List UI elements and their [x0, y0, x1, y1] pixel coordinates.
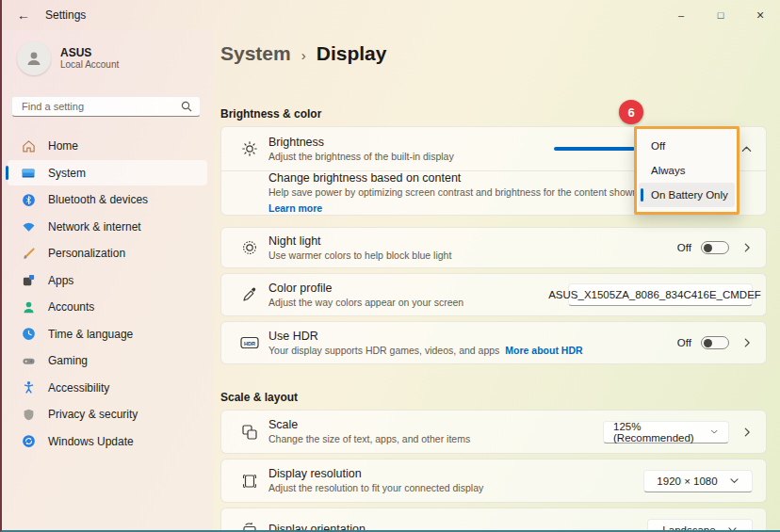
gamepad-icon [21, 353, 36, 368]
breadcrumb-parent[interactable]: System [220, 42, 291, 65]
sidebar-item-windows-update[interactable]: Windows Update [8, 428, 207, 454]
display-resolution-description: Adjust the resolution to fit your connec… [268, 482, 643, 494]
sidebar-item-label: Network & internet [48, 220, 141, 234]
brightness-slider[interactable] [554, 147, 635, 151]
maximize-button[interactable]: □ [701, 0, 740, 30]
sidebar-item-label: Home [48, 139, 78, 153]
sidebar-item-home[interactable]: Home [8, 134, 207, 159]
display-orientation-dropdown[interactable]: Landscape [647, 519, 753, 532]
night-light-toggle[interactable] [701, 241, 729, 254]
sidebar-item-bluetooth-devices[interactable]: Bluetooth & devices [8, 187, 207, 213]
brightness-sun-icon [231, 140, 268, 157]
sidebar-item-label: Personalization [48, 247, 125, 260]
color-profile-row[interactable]: Color profile Adjust the way colors appe… [221, 274, 766, 315]
sidebar-item-label: Gaming [48, 354, 88, 367]
search-icon [181, 101, 192, 112]
night-light-row[interactable]: Night light Use warmer colors to help bl… [221, 228, 766, 267]
chevron-up-icon[interactable] [740, 143, 753, 155]
eyedropper-icon [231, 286, 268, 303]
section-header-scale-layout: Scale & layout [220, 391, 767, 405]
display-orientation-value: Landscape [662, 524, 715, 532]
settings-window: ← Settings – □ × ASUS Local Account [0, 0, 780, 532]
chevron-right-icon[interactable] [741, 337, 753, 348]
sidebar-item-accounts[interactable]: Accounts [8, 295, 207, 320]
night-light-toggle-label: Off [677, 242, 691, 253]
night-light-card: Night light Use warmer colors to help bl… [220, 227, 767, 268]
color-profile-value: ASUS_X1505ZA_8086_834C416E_CMDEF [548, 289, 761, 300]
scale-description: Change the size of text, apps, and other… [268, 433, 603, 445]
sidebar-item-gaming[interactable]: Gaming [8, 348, 207, 374]
night-light-title: Night light [268, 234, 677, 249]
color-profile-description: Adjust the way colors appear on your scr… [268, 297, 568, 309]
sidebar: ASUS Local Account Home Syste [2, 30, 213, 530]
search-box[interactable] [11, 96, 201, 117]
sidebar-item-network-internet[interactable]: Network & internet [8, 214, 207, 239]
back-button[interactable]: ← [9, 5, 38, 25]
minimize-icon: – [678, 9, 684, 21]
section-header-brightness-color: Brightness & color [220, 107, 767, 121]
maximize-icon: □ [718, 9, 724, 21]
scale-dropdown[interactable]: 125% (Recommended) [603, 421, 729, 443]
sidebar-item-label: System [48, 167, 86, 180]
dropdown-option-always[interactable]: Always [639, 158, 735, 183]
close-button[interactable]: × [740, 0, 780, 30]
dropdown-option-on-battery-only[interactable]: On Battery Only [639, 183, 735, 207]
display-orientation-icon [231, 522, 268, 532]
wifi-icon [21, 219, 36, 234]
page-title: Display [317, 42, 387, 65]
hdr-icon: HDR [231, 335, 268, 350]
display-orientation-row[interactable]: Display orientation Landscape [221, 508, 766, 532]
night-light-description: Use warmer colors to help block blue lig… [268, 250, 677, 262]
learn-more-link[interactable]: Learn more [268, 202, 322, 215]
close-icon: × [756, 8, 764, 23]
display-resolution-dropdown[interactable]: 1920 × 1080 [643, 470, 753, 492]
home-icon [21, 138, 36, 153]
use-hdr-toggle[interactable] [701, 336, 729, 349]
sidebar-item-label: Privacy & security [48, 408, 138, 421]
accessibility-icon [21, 380, 36, 395]
display-resolution-row[interactable]: Display resolution Adjust the resolution… [221, 459, 766, 502]
svg-text:HDR: HDR [244, 341, 255, 347]
brightness-content-dropdown-flyout: Off Always On Battery Only [634, 126, 739, 215]
chevron-right-icon[interactable] [741, 427, 753, 438]
bluetooth-icon [21, 192, 36, 207]
account-name: ASUS [60, 46, 119, 59]
breadcrumb: System › Display [220, 40, 767, 68]
sidebar-item-label: Apps [48, 274, 73, 287]
sidebar-item-apps[interactable]: Apps [8, 267, 207, 293]
sidebar-item-accessibility[interactable]: Accessibility [8, 375, 207, 400]
account-type: Local Account [60, 59, 119, 71]
sidebar-item-label: Accessibility [48, 381, 109, 395]
dropdown-option-off[interactable]: Off [639, 134, 735, 158]
search-input[interactable] [20, 100, 181, 113]
apps-icon [21, 273, 36, 288]
color-profile-card: Color profile Adjust the way colors appe… [220, 273, 767, 316]
sidebar-item-time-language[interactable]: Time & language [8, 321, 207, 347]
app-title: Settings [45, 8, 86, 22]
more-about-hdr-link[interactable]: More about HDR [505, 345, 582, 356]
use-hdr-card: HDR Use HDR Your display supports HDR ga… [220, 321, 767, 364]
use-hdr-title: Use HDR [268, 330, 677, 344]
scale-row[interactable]: Scale Change the size of text, apps, and… [221, 411, 766, 453]
display-resolution-value: 1920 × 1080 [657, 476, 717, 487]
sidebar-item-privacy-security[interactable]: Privacy & security [8, 402, 207, 427]
system-icon [21, 166, 36, 181]
color-profile-dropdown[interactable]: ASUS_X1505ZA_8086_834C416E_CMDEF [568, 283, 753, 306]
chevron-down-icon [727, 524, 738, 532]
scale-title: Scale [268, 418, 603, 432]
chevron-down-icon [729, 476, 739, 486]
update-icon [21, 434, 36, 449]
use-hdr-row[interactable]: HDR Use HDR Your display supports HDR ga… [221, 322, 766, 363]
sidebar-item-label: Bluetooth & devices [48, 193, 148, 206]
sidebar-item-label: Accounts [48, 300, 94, 314]
brush-icon [21, 246, 36, 261]
sidebar-item-personalization[interactable]: Personalization [8, 241, 207, 266]
sidebar-item-system[interactable]: System [8, 160, 207, 185]
minimize-button[interactable]: – [661, 0, 701, 30]
account-block[interactable]: ASUS Local Account [17, 41, 213, 75]
breadcrumb-chevron-icon: › [301, 47, 306, 63]
chevron-right-icon[interactable] [741, 242, 753, 253]
display-resolution-title: Display resolution [268, 467, 643, 481]
use-hdr-description: Your display supports HDR games, videos,… [268, 345, 677, 357]
use-hdr-toggle-label: Off [677, 337, 691, 348]
